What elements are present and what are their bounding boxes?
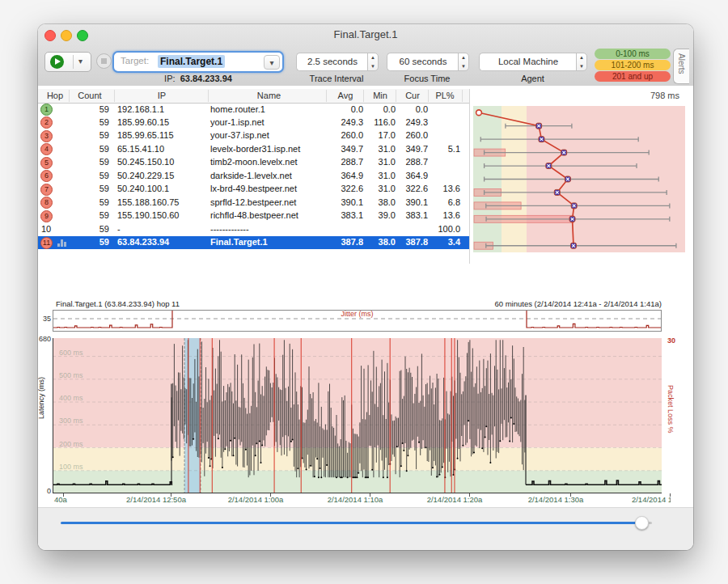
hop-table: Hop Count IP Name Avg Min Cur PL% 159 19… (38, 86, 693, 264)
window-title: Final.Target.1 (38, 28, 693, 40)
time-axis-labels: 40a2/14/2014 12:50a2/14/2014 1:00a2/14/2… (38, 495, 671, 506)
hop-number: 10 (41, 224, 51, 234)
col-min[interactable]: Min (365, 91, 396, 100)
table-row[interactable]: 759 50.240.100.1 lx-brd-49.bestpeer.net … (38, 183, 469, 196)
timeline-scroll-strip (38, 507, 693, 550)
table-row[interactable]: 659 50.240.229.15 darkside-1.levelx.net … (38, 169, 469, 182)
legend-green: 0-100 ms (595, 49, 671, 59)
hop-badge: 7 (40, 184, 53, 196)
legend-red: 201 and up (595, 71, 671, 82)
jitter-axis-max: 35 (40, 315, 51, 323)
desktop-background: Final.Target.1 ▾ Target: Final.Target.1 … (0, 0, 728, 584)
target-dropdown-icon[interactable]: ▾ (264, 55, 280, 70)
legend-yellow: 101-200 ms (595, 60, 671, 70)
hop-latency-graph (473, 106, 685, 252)
start-trace-button[interactable]: ▾ (44, 52, 91, 72)
col-ip[interactable]: IP (117, 91, 206, 100)
time-tick-label: 2/14/2014 1:10a (311, 495, 400, 504)
table-row[interactable]: 359 185.99.65.115 your-37.isp.net 260.0 … (38, 129, 469, 142)
focus-time-stepper[interactable]: ▲▼ (458, 53, 469, 71)
focus-time-label: Focus Time (387, 74, 468, 83)
hop-badge: 11 (40, 237, 53, 249)
col-count[interactable]: Count (70, 91, 109, 100)
table-row[interactable]: 459 65.15.41.10 levelx-border31.isp.net … (38, 142, 469, 155)
target-input[interactable]: Target: Final.Target.1 ▾ (112, 51, 284, 73)
ip-readout: IP: 63.84.233.94 (112, 74, 284, 83)
time-tick-label: 2/14/2014 12:50a (112, 495, 201, 504)
titlebar[interactable]: Final.Target.1 (38, 24, 693, 45)
packet-loss-axis-max: 30 (667, 336, 675, 345)
table-row[interactable]: 159 192.168.1.1 home.router.1 0.0 0.0 0.… (38, 103, 469, 116)
latency-axis-min: 0 (38, 487, 51, 495)
col-name[interactable]: Name (210, 91, 328, 100)
col-cur[interactable]: Cur (397, 91, 428, 100)
agent-label: Agent (479, 74, 586, 83)
stop-trace-button[interactable] (96, 53, 112, 69)
hop-badge: 3 (40, 130, 53, 142)
table-row[interactable]: 859 155.188.160.75 sprfld-12.bestpeer.ne… (38, 196, 469, 209)
table-row[interactable]: 559 50.245.150.10 timb2-moon.levelx.net … (38, 156, 469, 169)
table-row[interactable]: 11 59 63.84.233.94 Final.Target.1 387.8 … (38, 236, 469, 249)
col-avg[interactable]: Avg (328, 91, 363, 100)
hop-badge: 4 (40, 143, 53, 155)
agent-select[interactable]: Local Machine (479, 53, 577, 71)
svg-text:100 ms: 100 ms (59, 463, 83, 471)
latency-axis-max: 680 (38, 335, 51, 343)
hop-badge: 2 (40, 116, 53, 129)
time-tick-label: 2/14/2014 1:4 (611, 495, 671, 504)
timeline-range: 60 minutes (2/14/2014 12:41a - 2/14/2014… (494, 299, 662, 308)
svg-text:600 ms: 600 ms (59, 349, 83, 357)
time-tick-label: 2/14/2014 1:00a (211, 495, 300, 504)
trace-interval-select[interactable]: 2.5 seconds (296, 53, 368, 71)
timeline-panel: Final.Target.1 (63.84.233.94) hop 11 60 … (38, 264, 693, 507)
svg-text:500 ms: 500 ms (59, 371, 83, 379)
time-tick-label: 2/14/2014 1:30a (511, 495, 600, 504)
timeline-title: Final.Target.1 (63.84.233.94) hop 11 (56, 299, 180, 308)
svg-text:300 ms: 300 ms (59, 417, 83, 425)
svg-text:400 ms: 400 ms (59, 394, 83, 402)
agent-stepper[interactable]: ▲▼ (576, 53, 587, 71)
hop-badge: 9 (40, 210, 53, 222)
pingplotter-window: Final.Target.1 ▾ Target: Final.Target.1 … (38, 24, 693, 550)
target-label: Target: (121, 56, 149, 66)
jitter-label: Jitter (ms) (53, 310, 662, 318)
target-value[interactable]: Final.Target.1 (158, 55, 225, 68)
alerts-tab[interactable]: Alerts (673, 49, 689, 84)
window-chrome: Final.Target.1 ▾ Target: Final.Target.1 … (38, 24, 693, 87)
latency-graph[interactable]: 100 ms200 ms300 ms400 ms500 ms600 ms (53, 338, 662, 493)
table-row[interactable]: 1059 - ------------- 100.0 (38, 222, 469, 235)
table-header[interactable]: Hop Count IP Name Avg Min Cur PL% (38, 89, 469, 104)
hop-badge: 6 (40, 170, 53, 182)
svg-text:200 ms: 200 ms (59, 440, 83, 448)
play-icon (50, 55, 64, 69)
table-row[interactable]: 959 155.190.150.60 richfld-48.bestpeer.n… (38, 209, 469, 222)
col-pl[interactable]: PL% (430, 91, 460, 100)
chevron-down-icon[interactable]: ▾ (78, 57, 83, 66)
trace-interval-label: Trace Interval (296, 74, 377, 83)
hop-badge: 1 (40, 104, 53, 116)
bar-chart-icon (57, 239, 67, 247)
focus-time-select[interactable]: 60 seconds (387, 53, 459, 71)
latency-axis-label: Latency (ms) (38, 377, 45, 419)
time-tick-label: 40a (54, 495, 87, 504)
graph-scale-label: 798 ms (650, 91, 679, 100)
hop-badge: 8 (40, 197, 53, 209)
packet-loss-axis-label: Packet Loss % (667, 385, 675, 434)
hop-badge: 5 (40, 157, 53, 169)
col-hop[interactable]: Hop (40, 91, 70, 100)
timeline-scrollbar-track-filled[interactable] (61, 522, 641, 524)
table-row[interactable]: 259 185.99.60.15 your-1.isp.net 249.3 11… (38, 116, 469, 129)
trace-interval-stepper[interactable]: ▲▼ (367, 53, 379, 71)
timeline-scrollbar-thumb[interactable] (635, 516, 649, 530)
ip-value: 63.84.233.94 (180, 74, 232, 83)
time-tick-label: 2/14/2014 1:20a (410, 495, 499, 504)
